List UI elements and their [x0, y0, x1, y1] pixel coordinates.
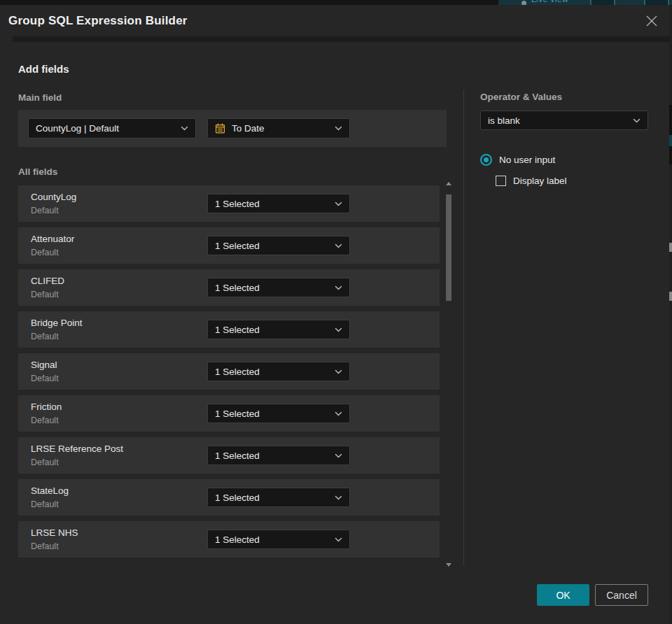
chevron-down-icon	[181, 126, 188, 131]
scroll-down-icon[interactable]	[446, 563, 451, 567]
chevron-down-icon	[335, 411, 342, 416]
chevron-down-icon	[335, 126, 342, 131]
operator-values-label: Operator & Values	[480, 92, 562, 102]
field-selection-dropdown[interactable]: 1 Selected	[207, 194, 350, 213]
display-label-checkbox[interactable]: Display label	[496, 176, 567, 186]
field-row-bridge-point: Bridge Point Default 1 Selected	[18, 311, 440, 348]
group-sql-expression-builder-dialog: Group SQL Expression Builder Add fields …	[0, 5, 669, 624]
scrollbar-thumb[interactable]	[446, 194, 451, 301]
field-row-friction: Friction Default 1 Selected	[18, 395, 440, 432]
main-field-dropdown[interactable]: CountyLog | Default	[28, 118, 196, 139]
chevron-down-icon	[335, 369, 342, 374]
chevron-down-icon	[633, 118, 640, 123]
field-selection-dropdown[interactable]: 1 Selected	[207, 362, 350, 381]
field-name: CountyLog	[31, 192, 76, 202]
operator-dropdown-value: is blank	[488, 115, 633, 126]
field-row-lrse-reference-post: LRSE Reference Post Default 1 Selected	[18, 437, 440, 474]
field-row-signal: Signal Default 1 Selected	[18, 353, 440, 390]
header-divider	[13, 36, 669, 42]
field-name: CLIFED	[31, 276, 64, 286]
field-subtitle: Default	[31, 416, 59, 425]
chevron-down-icon	[335, 495, 342, 500]
dialog-title: Group SQL Expression Builder	[8, 14, 188, 28]
date-field-dropdown[interactable]: To Date	[207, 118, 350, 139]
chevron-down-icon	[335, 243, 342, 248]
ok-button[interactable]: OK	[537, 584, 589, 606]
all-fields-list: CountyLog Default 1 Selected Attenuator …	[18, 185, 440, 563]
no-user-input-radio[interactable]: No user input	[480, 154, 555, 166]
chevron-down-icon	[335, 453, 342, 458]
field-selection-dropdown[interactable]: 1 Selected	[207, 236, 350, 255]
field-row-statelog: StateLog Default 1 Selected	[18, 479, 440, 516]
main-field-panel: CountyLog | Default To Date	[18, 110, 447, 147]
field-name: LRSE Reference Post	[31, 444, 123, 454]
field-selection-dropdown[interactable]: 1 Selected	[207, 320, 350, 339]
field-subtitle: Default	[31, 248, 59, 257]
backdrop-toolbar: Live view	[498, 0, 672, 5]
column-divider	[463, 90, 464, 566]
main-field-dropdown-value: CountyLog | Default	[36, 123, 181, 134]
chevron-down-icon	[335, 327, 342, 332]
checkbox-unchecked-icon[interactable]	[496, 176, 506, 186]
chevron-down-icon	[335, 285, 342, 290]
date-field-dropdown-value: To Date	[232, 123, 335, 134]
field-name: Friction	[31, 402, 62, 412]
radio-selected-icon[interactable]	[480, 154, 492, 166]
display-label-label: Display label	[513, 176, 567, 186]
field-selection-dropdown[interactable]: 1 Selected	[207, 278, 350, 297]
field-name: LRSE NHS	[31, 527, 78, 538]
live-view-label: Live view	[531, 0, 568, 4]
field-selection-dropdown[interactable]: 1 Selected	[207, 446, 350, 465]
toolbar-button-fragment	[590, 0, 615, 5]
field-subtitle: Default	[31, 458, 59, 467]
no-user-input-label: No user input	[499, 155, 555, 165]
list-scrollbar[interactable]	[445, 180, 452, 568]
field-subtitle: Default	[31, 499, 59, 509]
field-row-attenuator: Attenuator Default 1 Selected	[18, 227, 440, 264]
field-subtitle: Default	[31, 332, 59, 341]
main-field-label: Main field	[18, 92, 62, 103]
chevron-down-icon	[335, 201, 342, 206]
field-row-countylog: CountyLog Default 1 Selected	[18, 185, 440, 222]
chevron-down-icon	[335, 537, 342, 542]
field-row-clifed: CLIFED Default 1 Selected	[18, 269, 440, 306]
field-selection-dropdown[interactable]: 1 Selected	[207, 530, 350, 549]
field-subtitle: Default	[31, 374, 59, 383]
field-selection-dropdown[interactable]: 1 Selected	[207, 488, 350, 507]
field-name: StateLog	[31, 485, 69, 496]
all-fields-label: All fields	[18, 166, 57, 177]
scroll-up-icon[interactable]	[446, 182, 451, 185]
close-icon[interactable]	[645, 15, 658, 27]
operator-dropdown[interactable]: is blank	[480, 111, 648, 130]
cancel-button[interactable]: Cancel	[595, 584, 648, 606]
calendar-icon	[215, 123, 225, 134]
add-fields-heading: Add fields	[18, 63, 69, 75]
field-name: Bridge Point	[31, 318, 83, 328]
field-subtitle: Default	[31, 206, 59, 215]
field-name: Signal	[31, 360, 57, 370]
backdrop-right-edge	[669, 5, 672, 624]
toolbar-button-fragment	[644, 0, 669, 5]
field-subtitle: Default	[31, 541, 59, 551]
field-subtitle: Default	[31, 290, 59, 299]
field-name: Attenuator	[31, 234, 74, 244]
field-selection-dropdown[interactable]: 1 Selected	[207, 404, 350, 423]
field-row-lrse-nhs: LRSE NHS Default 1 Selected	[18, 521, 440, 558]
